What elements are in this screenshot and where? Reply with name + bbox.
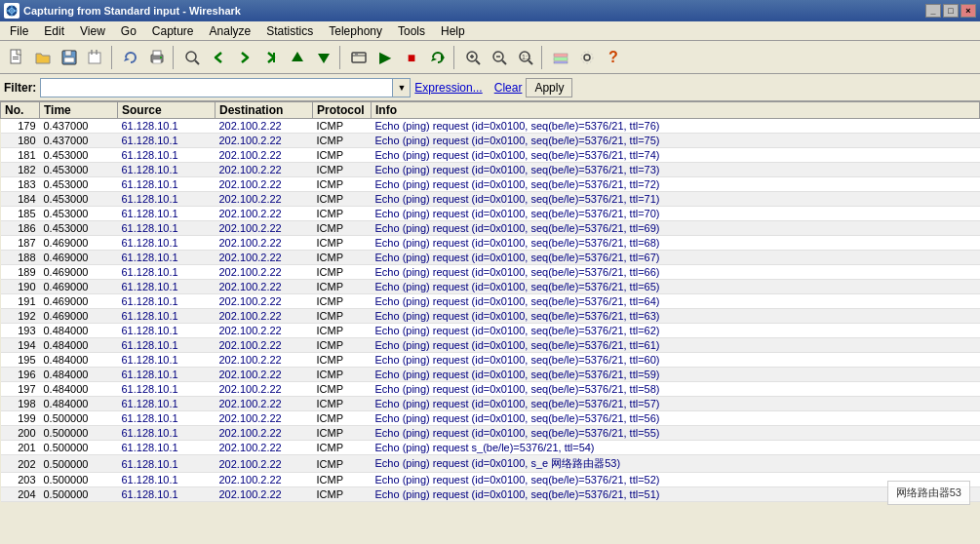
tb-up-button[interactable] <box>285 45 310 70</box>
table-row[interactable]: 184 0.453000 61.128.10.1 202.100.2.22 IC… <box>1 192 980 207</box>
tb-find-button[interactable] <box>179 45 205 70</box>
tb-prefs-button[interactable] <box>574 45 600 70</box>
table-row[interactable]: 194 0.484000 61.128.10.1 202.100.2.22 IC… <box>1 338 980 353</box>
tb-save-button[interactable] <box>57 45 82 70</box>
table-row[interactable]: 193 0.484000 61.128.10.1 202.100.2.22 IC… <box>1 324 980 338</box>
filter-label: Filter: <box>4 81 36 95</box>
tb-zoom-normal-button[interactable]: 1:1 <box>513 45 538 70</box>
tb-reload-button[interactable] <box>118 45 143 70</box>
tb-colorize-button[interactable] <box>548 45 573 70</box>
tb-start-capture-button[interactable]: ▶ <box>372 45 398 70</box>
table-row[interactable]: 195 0.484000 61.128.10.1 202.100.2.22 IC… <box>1 353 980 368</box>
cell-protocol: ICMP <box>313 382 372 397</box>
menu-file[interactable]: File <box>2 22 36 40</box>
cell-time: 0.453000 <box>40 221 118 236</box>
cell-source: 61.128.10.1 <box>118 134 216 148</box>
table-row[interactable]: 187 0.469000 61.128.10.1 202.100.2.22 IC… <box>1 236 980 251</box>
col-header-no[interactable]: No. <box>1 102 40 119</box>
table-row[interactable]: 180 0.437000 61.128.10.1 202.100.2.22 IC… <box>1 134 980 148</box>
table-row[interactable]: 179 0.437000 61.128.10.1 202.100.2.22 IC… <box>1 119 980 134</box>
tb-stop-capture-button[interactable]: ■ <box>399 45 424 70</box>
cell-time: 0.453000 <box>40 148 118 163</box>
tb-go-back-button[interactable] <box>206 45 231 70</box>
cell-time: 0.500000 <box>40 411 118 426</box>
table-row[interactable]: 191 0.469000 61.128.10.1 202.100.2.22 IC… <box>1 294 980 309</box>
cell-destination: 202.100.2.22 <box>216 221 313 236</box>
cell-info: Echo (ping) request (id=0x0100, seq(be/l… <box>372 397 980 411</box>
table-row[interactable]: 197 0.484000 61.128.10.1 202.100.2.22 IC… <box>1 382 980 397</box>
svg-marker-19 <box>292 52 303 61</box>
menu-tools[interactable]: Tools <box>390 22 433 40</box>
menu-statistics[interactable]: Statistics <box>258 22 321 40</box>
tb-print-button[interactable] <box>144 45 170 70</box>
tb-restart-capture-button[interactable] <box>425 45 451 70</box>
apply-button[interactable]: Apply <box>526 78 572 97</box>
tb-zoom-in-button[interactable] <box>460 45 486 70</box>
tb-zoom-out-button[interactable] <box>487 45 512 70</box>
tb-down-button[interactable] <box>311 45 336 70</box>
table-row[interactable]: 202 0.500000 61.128.10.1 202.100.2.22 IC… <box>1 455 980 473</box>
tb-go-to-button[interactable] <box>258 45 284 70</box>
tb-capture-opts-button[interactable] <box>346 45 372 70</box>
col-header-info[interactable]: Info <box>372 102 980 119</box>
table-row[interactable]: 188 0.469000 61.128.10.1 202.100.2.22 IC… <box>1 251 980 265</box>
cell-time: 0.453000 <box>40 177 118 192</box>
cell-protocol: ICMP <box>313 221 372 236</box>
table-row[interactable]: 190 0.469000 61.128.10.1 202.100.2.22 IC… <box>1 280 980 294</box>
col-header-source[interactable]: Source <box>118 102 216 119</box>
tb-open-button[interactable] <box>30 45 56 70</box>
maximize-button[interactable]: □ <box>943 4 959 18</box>
table-container[interactable]: No. Time Source Destination Protocol Inf… <box>0 101 980 544</box>
cell-no: 191 <box>1 294 40 309</box>
filter-input[interactable] <box>40 78 393 97</box>
col-header-destination[interactable]: Destination <box>216 102 313 119</box>
cell-destination: 202.100.2.22 <box>216 251 313 265</box>
filter-input-wrapper: ▼ <box>40 78 411 97</box>
table-row[interactable]: 192 0.469000 61.128.10.1 202.100.2.22 IC… <box>1 309 980 324</box>
table-row[interactable]: 204 0.500000 61.128.10.1 202.100.2.22 IC… <box>1 487 980 502</box>
table-row[interactable]: 200 0.500000 61.128.10.1 202.100.2.22 IC… <box>1 426 980 441</box>
tb-go-forward-button[interactable] <box>232 45 257 70</box>
cell-time: 0.469000 <box>40 236 118 251</box>
filter-dropdown-button[interactable]: ▼ <box>393 78 411 97</box>
cell-no: 203 <box>1 473 40 487</box>
col-header-protocol[interactable]: Protocol <box>313 102 372 119</box>
tb-help-button[interactable]: ? <box>601 45 626 70</box>
table-row[interactable]: 181 0.453000 61.128.10.1 202.100.2.22 IC… <box>1 148 980 163</box>
menu-go[interactable]: Go <box>113 22 144 40</box>
menu-view[interactable]: View <box>72 22 113 40</box>
table-row[interactable]: 183 0.453000 61.128.10.1 202.100.2.22 IC… <box>1 177 980 192</box>
tb-close-button[interactable] <box>83 45 108 70</box>
table-row[interactable]: 196 0.484000 61.128.10.1 202.100.2.22 IC… <box>1 368 980 382</box>
tb-new-button[interactable] <box>4 45 29 70</box>
table-row[interactable]: 182 0.453000 61.128.10.1 202.100.2.22 IC… <box>1 163 980 177</box>
expression-link[interactable]: Expression... <box>414 81 482 95</box>
cell-info: Echo (ping) request (id=0x0100, seq(be/l… <box>372 368 980 382</box>
minimize-button[interactable]: _ <box>925 4 941 18</box>
table-row[interactable]: 203 0.500000 61.128.10.1 202.100.2.22 IC… <box>1 473 980 487</box>
menu-telephony[interactable]: Telephony <box>321 22 390 40</box>
cell-destination: 202.100.2.22 <box>216 265 313 280</box>
table-row[interactable]: 189 0.469000 61.128.10.1 202.100.2.22 IC… <box>1 265 980 280</box>
clear-link[interactable]: Clear <box>494 81 523 95</box>
menu-edit[interactable]: Edit <box>36 22 72 40</box>
close-button[interactable]: × <box>960 4 976 18</box>
svg-rect-14 <box>153 59 161 63</box>
menu-analyze[interactable]: Analyze <box>202 22 259 40</box>
cell-info: Echo (ping) request (id=0x0100, seq(be/l… <box>372 324 980 338</box>
menu-capture[interactable]: Capture <box>144 22 202 40</box>
col-header-time[interactable]: Time <box>40 102 118 119</box>
cell-protocol: ICMP <box>313 473 372 487</box>
cell-destination: 202.100.2.22 <box>216 280 313 294</box>
cell-no: 185 <box>1 207 40 221</box>
cell-time: 0.500000 <box>40 455 118 473</box>
table-row[interactable]: 201 0.500000 61.128.10.1 202.100.2.22 IC… <box>1 441 980 455</box>
table-row[interactable]: 186 0.453000 61.128.10.1 202.100.2.22 IC… <box>1 221 980 236</box>
table-row[interactable]: 199 0.500000 61.128.10.1 202.100.2.22 IC… <box>1 411 980 426</box>
table-row[interactable]: 198 0.484000 61.128.10.1 202.100.2.22 IC… <box>1 397 980 411</box>
table-row[interactable]: 185 0.453000 61.128.10.1 202.100.2.22 IC… <box>1 207 980 221</box>
cell-no: 199 <box>1 411 40 426</box>
cell-protocol: ICMP <box>313 192 372 207</box>
menu-help[interactable]: Help <box>433 22 473 40</box>
svg-rect-5 <box>13 58 19 59</box>
